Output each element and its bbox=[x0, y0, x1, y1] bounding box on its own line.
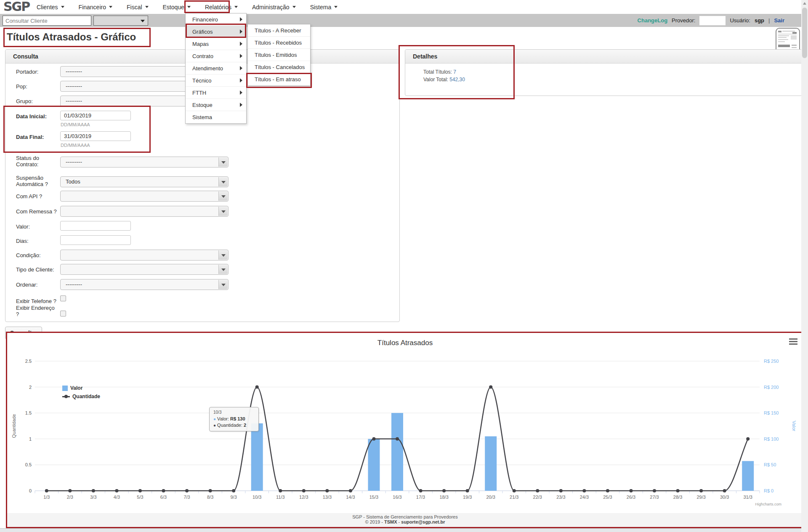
field-select[interactable] bbox=[60, 264, 229, 275]
field-select[interactable]: Todos bbox=[60, 176, 229, 187]
menu-item-sistema[interactable]: Sistema bbox=[186, 111, 246, 123]
footer-line2: © 2019 - TSMX - suporte@sgp.net.br bbox=[7, 519, 803, 524]
logout-link[interactable]: Sair bbox=[774, 17, 784, 24]
field-input[interactable] bbox=[60, 235, 131, 245]
username: sgp bbox=[755, 17, 764, 24]
field-input[interactable] bbox=[60, 111, 131, 120]
menu-item-estoque[interactable]: Estoque bbox=[186, 99, 246, 111]
nav-item-label: Sistema bbox=[310, 4, 332, 11]
total-titulos-row: Total Títulos: 7 bbox=[423, 69, 456, 75]
submenu-arrow-icon bbox=[240, 90, 242, 95]
svg-text:14/3: 14/3 bbox=[346, 495, 355, 500]
menu-item-ftth[interactable]: FTTH bbox=[186, 87, 246, 99]
page-footer: SGP - Sistema de Gerenciamento para Prov… bbox=[7, 513, 803, 527]
menu-item-label: Atendimento bbox=[192, 65, 223, 72]
svg-text:4/3: 4/3 bbox=[114, 495, 120, 500]
client-search-input[interactable] bbox=[3, 16, 91, 26]
chart-tooltip: 10/3 ● Valor: R$ 130 ● Quantidade: 2 bbox=[209, 407, 259, 431]
menu-item-titulos-a-receber[interactable]: Títulos - A Receber bbox=[248, 24, 310, 37]
field-label: Tipo de Cliente: bbox=[16, 266, 59, 273]
valor-total-row: Valor Total: 542,30 bbox=[423, 77, 465, 82]
scroll-up-icon[interactable] bbox=[803, 2, 806, 5]
field-checkbox[interactable] bbox=[60, 311, 66, 317]
select-value: --------- bbox=[66, 68, 82, 74]
svg-text:13/3: 13/3 bbox=[323, 495, 332, 500]
nav-item-label: Administração bbox=[252, 4, 290, 11]
menu-item-label: Contrato bbox=[192, 53, 213, 59]
highcharts-credit[interactable]: Highcharts.com bbox=[739, 502, 781, 506]
svg-text:3/3: 3/3 bbox=[90, 495, 96, 500]
field-select[interactable]: --------- bbox=[60, 279, 229, 290]
menu-item-label: Financeiro bbox=[192, 16, 218, 23]
nav-item-sistema[interactable]: Sistema bbox=[303, 4, 345, 11]
detalhes-panel-title: Detalhes bbox=[405, 50, 802, 64]
legend-quantidade-label: Quantidade bbox=[72, 394, 100, 399]
field-select[interactable]: --------- bbox=[60, 157, 229, 168]
nav-item-clientes[interactable]: Clientes bbox=[29, 4, 72, 11]
menu-item-label: Títulos - Emitidos bbox=[255, 52, 297, 58]
secondary-toolbar: ChangeLog Provedor: Usuário: sgp | Sair bbox=[0, 14, 808, 27]
chart-context-menu-icon[interactable] bbox=[789, 338, 797, 345]
svg-text:12/3: 12/3 bbox=[299, 495, 308, 500]
nav-item-administracao[interactable]: Administração bbox=[245, 4, 303, 11]
separator: | bbox=[768, 17, 770, 24]
svg-text:R$ 150: R$ 150 bbox=[764, 410, 779, 415]
menu-item-label: Estoque bbox=[192, 102, 213, 108]
menu-item-tecnico[interactable]: Técnico bbox=[186, 74, 246, 87]
changelog-link[interactable]: ChangeLog bbox=[638, 17, 668, 24]
scrollbar-thumb[interactable] bbox=[802, 8, 807, 58]
nav-item-label: Estoque bbox=[163, 4, 184, 11]
submenu-arrow-icon bbox=[240, 42, 242, 46]
svg-text:1.5: 1.5 bbox=[25, 410, 32, 415]
menu-item-label: Títulos - Cancelados bbox=[255, 64, 305, 70]
select-value: Todos bbox=[66, 178, 80, 185]
nav-item-fiscal[interactable]: Fiscal bbox=[120, 4, 156, 11]
nav-item-label: Fiscal bbox=[127, 4, 142, 11]
field-label: Exibir Endereço ? bbox=[16, 305, 59, 317]
menu-item-contrato[interactable]: Contrato bbox=[186, 50, 246, 62]
menu-item-titulos-recebidos[interactable]: Títulos - Recebidos bbox=[248, 37, 310, 49]
menu-item-titulos-em-atraso[interactable]: Títulos - Em atraso bbox=[248, 73, 310, 85]
svg-text:R$ 100: R$ 100 bbox=[764, 436, 779, 442]
nav-item-estoque[interactable]: Estoque bbox=[156, 4, 198, 11]
chevron-down-icon bbox=[218, 192, 228, 201]
svg-text:29/3: 29/3 bbox=[696, 495, 705, 500]
menu-item-titulos-cancelados[interactable]: Títulos - Cancelados bbox=[248, 61, 310, 73]
field-select[interactable] bbox=[60, 206, 229, 217]
field-checkbox[interactable] bbox=[60, 295, 66, 301]
svg-text:6/3: 6/3 bbox=[160, 495, 167, 500]
field-input[interactable] bbox=[60, 221, 131, 231]
menu-item-titulos-emitidos[interactable]: Títulos - Emitidos bbox=[248, 49, 310, 61]
field-label: Data Final: bbox=[16, 134, 59, 140]
chevron-down-icon bbox=[218, 207, 228, 216]
menu-item-label: Técnico bbox=[192, 77, 212, 84]
legend-item-quantidade[interactable]: Quantidade bbox=[62, 392, 100, 401]
legend-item-valor[interactable]: Valor bbox=[62, 384, 100, 392]
svg-text:Valor: Valor bbox=[792, 421, 797, 431]
submenu-arrow-icon bbox=[240, 54, 242, 58]
chevron-down-icon bbox=[334, 6, 338, 8]
total-titulos-value: 7 bbox=[453, 69, 456, 75]
client-search-select[interactable] bbox=[93, 16, 148, 26]
field-label: Valor: bbox=[16, 223, 59, 230]
tooltip-quantidade-row: ● Quantidade: 2 bbox=[213, 422, 255, 428]
menu-item-mapas[interactable]: Mapas bbox=[186, 38, 246, 50]
select-value: --------- bbox=[66, 281, 82, 287]
chevron-down-icon bbox=[145, 6, 149, 8]
sgp-logo[interactable]: SGP bbox=[3, 0, 29, 14]
menu-item-atendimento[interactable]: Atendimento bbox=[186, 62, 246, 74]
nav-item-label: Clientes bbox=[37, 4, 58, 11]
chart-title: Títulos Atrasados bbox=[7, 339, 803, 347]
field-label: Pop: bbox=[16, 83, 59, 90]
nav-item-financeiro[interactable]: Financeiro bbox=[72, 4, 120, 11]
provider-input[interactable] bbox=[699, 16, 726, 25]
field-select[interactable] bbox=[60, 191, 229, 202]
page-scrollbar[interactable] bbox=[801, 0, 808, 532]
field-input[interactable] bbox=[60, 131, 131, 141]
menu-item-financeiro[interactable]: Financeiro bbox=[186, 13, 246, 26]
submenu-arrow-icon bbox=[240, 66, 242, 70]
nav-item-relatorios[interactable]: Relatórios bbox=[198, 4, 245, 11]
svg-text:8/3: 8/3 bbox=[207, 495, 213, 500]
field-select[interactable] bbox=[60, 250, 229, 261]
menu-item-graficos[interactable]: Gráficos bbox=[186, 26, 246, 38]
